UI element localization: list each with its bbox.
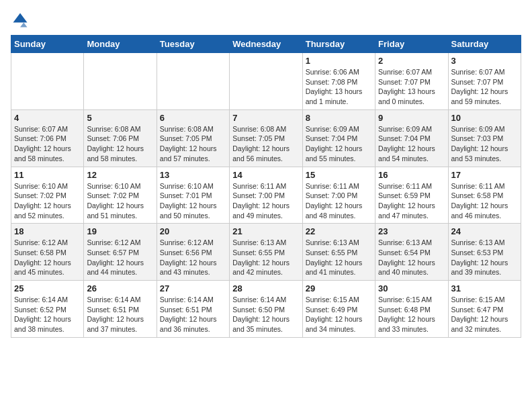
day-number: 14 xyxy=(232,170,299,180)
day-number: 12 xyxy=(87,170,153,180)
calendar-cell: 24Sunrise: 6:13 AMSunset: 6:53 PMDayligh… xyxy=(448,224,521,281)
day-number: 30 xyxy=(378,283,445,293)
day-info: Sunrise: 6:06 AMSunset: 7:08 PMDaylight:… xyxy=(306,67,372,107)
day-number: 19 xyxy=(87,226,153,236)
day-number: 1 xyxy=(306,56,372,66)
day-number: 25 xyxy=(14,283,81,293)
day-info: Sunrise: 6:12 AMSunset: 6:57 PMDaylight:… xyxy=(87,238,153,277)
calendar-cell: 27Sunrise: 6:14 AMSunset: 6:51 PMDayligh… xyxy=(157,281,229,338)
calendar-header-monday: Monday xyxy=(84,36,157,53)
svg-marker-1 xyxy=(20,23,28,28)
day-number: 22 xyxy=(306,226,372,236)
day-info: Sunrise: 6:11 AMSunset: 6:58 PMDaylight:… xyxy=(451,181,518,221)
calendar-header-sunday: Sunday xyxy=(11,36,84,53)
calendar-cell: 1Sunrise: 6:06 AMSunset: 7:08 PMDaylight… xyxy=(302,53,375,110)
calendar-cell: 30Sunrise: 6:15 AMSunset: 6:48 PMDayligh… xyxy=(375,281,448,338)
calendar-cell: 29Sunrise: 6:15 AMSunset: 6:49 PMDayligh… xyxy=(302,281,375,338)
logo-icon xyxy=(11,11,30,30)
calendar-header-row: SundayMondayTuesdayWednesdayThursdayFrid… xyxy=(11,36,521,53)
calendar-cell: 13Sunrise: 6:10 AMSunset: 7:01 PMDayligh… xyxy=(157,167,229,224)
day-number: 28 xyxy=(232,283,299,293)
calendar-header-friday: Friday xyxy=(375,36,448,53)
day-number: 17 xyxy=(451,170,518,180)
day-number: 27 xyxy=(160,283,226,293)
calendar-cell: 23Sunrise: 6:13 AMSunset: 6:54 PMDayligh… xyxy=(375,224,448,281)
calendar-table: SundayMondayTuesdayWednesdayThursdayFrid… xyxy=(11,35,521,338)
day-number: 23 xyxy=(378,226,445,236)
day-info: Sunrise: 6:07 AMSunset: 7:06 PMDaylight:… xyxy=(14,124,81,164)
day-number: 10 xyxy=(451,113,518,123)
calendar-cell: 21Sunrise: 6:13 AMSunset: 6:55 PMDayligh… xyxy=(230,224,302,281)
day-info: Sunrise: 6:07 AMSunset: 7:07 PMDaylight:… xyxy=(378,67,445,107)
calendar-header-thursday: Thursday xyxy=(302,36,375,53)
day-number: 20 xyxy=(160,226,226,236)
calendar-cell: 11Sunrise: 6:10 AMSunset: 7:02 PMDayligh… xyxy=(11,167,84,224)
day-info: Sunrise: 6:13 AMSunset: 6:55 PMDaylight:… xyxy=(232,238,299,277)
day-info: Sunrise: 6:09 AMSunset: 7:03 PMDaylight:… xyxy=(451,124,518,164)
calendar-cell xyxy=(157,53,229,110)
day-info: Sunrise: 6:07 AMSunset: 7:07 PMDaylight:… xyxy=(451,67,518,107)
day-info: Sunrise: 6:14 AMSunset: 6:52 PMDaylight:… xyxy=(14,295,81,334)
calendar-header-wednesday: Wednesday xyxy=(230,36,302,53)
day-info: Sunrise: 6:08 AMSunset: 7:05 PMDaylight:… xyxy=(232,124,299,164)
day-info: Sunrise: 6:13 AMSunset: 6:54 PMDaylight:… xyxy=(378,238,445,277)
calendar-cell: 25Sunrise: 6:14 AMSunset: 6:52 PMDayligh… xyxy=(11,281,84,338)
day-info: Sunrise: 6:09 AMSunset: 7:04 PMDaylight:… xyxy=(378,124,445,164)
day-info: Sunrise: 6:11 AMSunset: 6:59 PMDaylight:… xyxy=(378,181,445,221)
day-info: Sunrise: 6:14 AMSunset: 6:51 PMDaylight:… xyxy=(160,295,226,334)
day-number: 9 xyxy=(378,113,445,123)
calendar-week-4: 18Sunrise: 6:12 AMSunset: 6:58 PMDayligh… xyxy=(11,224,521,281)
day-number: 29 xyxy=(306,283,372,293)
day-info: Sunrise: 6:13 AMSunset: 6:55 PMDaylight:… xyxy=(306,238,372,277)
day-info: Sunrise: 6:10 AMSunset: 7:02 PMDaylight:… xyxy=(14,181,81,221)
day-number: 3 xyxy=(451,56,518,66)
calendar-cell: 16Sunrise: 6:11 AMSunset: 6:59 PMDayligh… xyxy=(375,167,448,224)
day-number: 13 xyxy=(160,170,226,180)
calendar-cell: 8Sunrise: 6:09 AMSunset: 7:04 PMDaylight… xyxy=(302,109,375,167)
calendar-cell: 15Sunrise: 6:11 AMSunset: 7:00 PMDayligh… xyxy=(302,167,375,224)
calendar-week-5: 25Sunrise: 6:14 AMSunset: 6:52 PMDayligh… xyxy=(11,281,521,338)
calendar-header-saturday: Saturday xyxy=(448,36,521,53)
calendar-week-2: 4Sunrise: 6:07 AMSunset: 7:06 PMDaylight… xyxy=(11,109,521,167)
day-info: Sunrise: 6:14 AMSunset: 6:51 PMDaylight:… xyxy=(87,295,153,334)
day-info: Sunrise: 6:15 AMSunset: 6:47 PMDaylight:… xyxy=(451,295,518,334)
calendar-cell: 10Sunrise: 6:09 AMSunset: 7:03 PMDayligh… xyxy=(448,109,521,167)
day-info: Sunrise: 6:15 AMSunset: 6:49 PMDaylight:… xyxy=(306,295,372,334)
day-info: Sunrise: 6:10 AMSunset: 7:01 PMDaylight:… xyxy=(160,181,226,221)
day-number: 11 xyxy=(14,170,81,180)
day-number: 31 xyxy=(451,283,518,293)
day-number: 7 xyxy=(232,113,299,123)
day-info: Sunrise: 6:13 AMSunset: 6:53 PMDaylight:… xyxy=(451,238,518,277)
day-info: Sunrise: 6:08 AMSunset: 7:06 PMDaylight:… xyxy=(87,124,153,164)
calendar-week-3: 11Sunrise: 6:10 AMSunset: 7:02 PMDayligh… xyxy=(11,167,521,224)
day-number: 18 xyxy=(14,226,81,236)
day-info: Sunrise: 6:15 AMSunset: 6:48 PMDaylight:… xyxy=(378,295,445,334)
day-number: 26 xyxy=(87,283,153,293)
calendar-cell: 31Sunrise: 6:15 AMSunset: 6:47 PMDayligh… xyxy=(448,281,521,338)
day-number: 15 xyxy=(306,170,372,180)
calendar-cell: 4Sunrise: 6:07 AMSunset: 7:06 PMDaylight… xyxy=(11,109,84,167)
logo xyxy=(11,11,32,30)
day-number: 16 xyxy=(378,170,445,180)
day-number: 5 xyxy=(87,113,153,123)
day-info: Sunrise: 6:12 AMSunset: 6:56 PMDaylight:… xyxy=(160,238,226,277)
day-info: Sunrise: 6:08 AMSunset: 7:05 PMDaylight:… xyxy=(160,124,226,164)
calendar-cell: 12Sunrise: 6:10 AMSunset: 7:02 PMDayligh… xyxy=(84,167,157,224)
day-number: 6 xyxy=(160,113,226,123)
calendar-cell: 22Sunrise: 6:13 AMSunset: 6:55 PMDayligh… xyxy=(302,224,375,281)
svg-marker-0 xyxy=(13,13,28,23)
day-info: Sunrise: 6:14 AMSunset: 6:50 PMDaylight:… xyxy=(232,295,299,334)
day-number: 21 xyxy=(232,226,299,236)
calendar-cell: 28Sunrise: 6:14 AMSunset: 6:50 PMDayligh… xyxy=(230,281,302,338)
calendar-header-tuesday: Tuesday xyxy=(157,36,229,53)
calendar-cell: 5Sunrise: 6:08 AMSunset: 7:06 PMDaylight… xyxy=(84,109,157,167)
calendar-cell: 7Sunrise: 6:08 AMSunset: 7:05 PMDaylight… xyxy=(230,109,302,167)
day-number: 8 xyxy=(306,113,372,123)
page-header xyxy=(11,11,521,30)
day-info: Sunrise: 6:11 AMSunset: 7:00 PMDaylight:… xyxy=(232,181,299,221)
calendar-cell xyxy=(84,53,157,110)
calendar-cell xyxy=(230,53,302,110)
calendar-cell: 19Sunrise: 6:12 AMSunset: 6:57 PMDayligh… xyxy=(84,224,157,281)
calendar-cell xyxy=(11,53,84,110)
day-number: 4 xyxy=(14,113,81,123)
